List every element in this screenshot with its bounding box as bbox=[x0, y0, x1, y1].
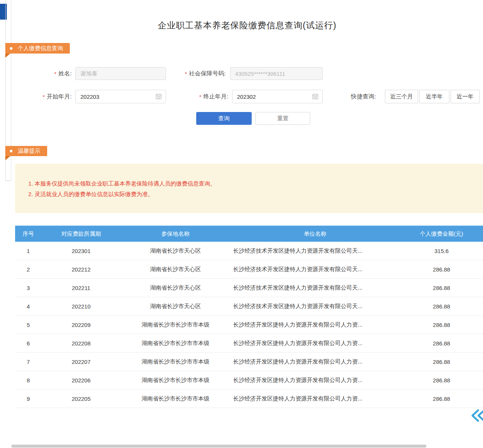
end-month-label: * 终止年月: bbox=[185, 90, 228, 103]
tip-line: 1. 本服务仅提供尚未领取企业职工基本养老保险待遇人员的缴费信息查询。 bbox=[28, 179, 483, 188]
quick-query-label: 快捷查询: bbox=[351, 90, 383, 103]
table-row: 2 202212 湖南省长沙市天心区 长沙经济技术开发区捷特人力资源开发有限公司… bbox=[15, 260, 483, 279]
cell-region: 湖南省长沙市天心区 bbox=[121, 242, 230, 260]
required-asterisk: * bbox=[54, 71, 57, 77]
calendar-icon[interactable] bbox=[155, 93, 162, 101]
browser-edge-tab bbox=[0, 4, 7, 20]
cell-amount: 286.88 bbox=[400, 279, 483, 297]
cell-amount: 286.88 bbox=[400, 260, 483, 278]
cell-period: 202210 bbox=[42, 297, 121, 315]
required-asterisk: * bbox=[43, 94, 45, 100]
cell-period: 202209 bbox=[42, 316, 121, 334]
cell-region: 湖南省长沙市长沙市市本级 bbox=[121, 353, 230, 371]
cell-index: 4 bbox=[15, 297, 42, 315]
quick-option-last-3-months[interactable]: 近三个月 bbox=[385, 90, 418, 103]
payment-results-table: 序号 对应费款所属期 参保地名称 单位名称 个人缴费金额(元) 1 202301… bbox=[15, 226, 483, 408]
cell-company: 长沙经济开发区捷特人力资源开发有限公司人力资... bbox=[230, 371, 400, 389]
table-header: 序号 对应费款所属期 参保地名称 单位名称 个人缴费金额(元) bbox=[15, 226, 483, 242]
cell-index: 2 bbox=[15, 260, 42, 278]
end-month-input[interactable] bbox=[232, 90, 323, 103]
ssn-field bbox=[230, 67, 323, 80]
cell-region: 湖南省长沙市长沙市市本级 bbox=[121, 390, 230, 408]
start-month-label: * 开始年月: bbox=[33, 90, 72, 103]
name-label: * 姓名: bbox=[33, 67, 72, 80]
panel-border-line bbox=[5, 180, 11, 181]
cell-index: 7 bbox=[15, 353, 42, 371]
cell-region: 湖南省长沙市长沙市市本级 bbox=[121, 371, 230, 389]
bullet-icon bbox=[10, 47, 12, 50]
cell-period: 202208 bbox=[42, 334, 121, 352]
tip-line: 2. 灵活就业人员的缴费单位信息以实际缴费为准。 bbox=[28, 189, 483, 199]
cell-amount: 286.88 bbox=[400, 353, 483, 371]
name-field bbox=[75, 67, 166, 80]
cell-period: 202212 bbox=[42, 260, 121, 278]
header-amount: 个人缴费金额(元) bbox=[400, 226, 483, 242]
table-row: 5 202209 湖南省长沙市长沙市市本级 长沙经济开发区捷特人力资源开发有限公… bbox=[15, 316, 483, 334]
cell-period: 202211 bbox=[42, 279, 121, 297]
calendar-icon[interactable] bbox=[312, 93, 318, 101]
cell-amount: 286.88 bbox=[400, 334, 483, 352]
cell-index: 1 bbox=[15, 242, 42, 260]
section-badge-label: 温馨提示 bbox=[18, 147, 40, 155]
section-badge-tips: 温馨提示 bbox=[5, 146, 47, 156]
cell-amount: 286.88 bbox=[400, 316, 483, 334]
cell-amount: 286.88 bbox=[400, 371, 483, 389]
table-row: 6 202208 湖南省长沙市长沙市市本级 长沙经济开发区捷特人力资源开发有限公… bbox=[15, 334, 483, 353]
reset-button[interactable]: 重置 bbox=[255, 112, 310, 125]
cell-company: 长沙经济技术开发区捷特人力资源开发有限公司天... bbox=[230, 297, 400, 315]
query-button[interactable]: 查询 bbox=[196, 112, 252, 125]
cell-index: 6 bbox=[15, 334, 42, 352]
header-region: 参保地名称 bbox=[121, 226, 230, 242]
table-row: 1 202301 湖南省长沙市天心区 长沙经济技术开发区捷特人力资源开发有限公司… bbox=[15, 242, 483, 260]
cell-amount: 315.6 bbox=[400, 242, 483, 260]
table-row: 3 202211 湖南省长沙市天心区 长沙经济技术开发区捷特人力资源开发有限公司… bbox=[15, 279, 483, 297]
cell-region: 湖南省长沙市天心区 bbox=[121, 297, 230, 315]
start-month-input[interactable] bbox=[75, 90, 166, 103]
ribbon-fold bbox=[5, 54, 10, 58]
horizontal-scrollbar[interactable] bbox=[11, 445, 426, 448]
bullet-icon bbox=[10, 150, 12, 152]
table-row: 8 202206 湖南省长沙市长沙市市本级 长沙经济开发区捷特人力资源开发有限公… bbox=[15, 371, 483, 390]
table-row: 4 202210 湖南省长沙市天心区 长沙经济技术开发区捷特人力资源开发有限公司… bbox=[15, 297, 483, 316]
table-row: 9 202205 湖南省长沙市长沙市市本级 长沙经济开发区捷特人力资源开发有限公… bbox=[15, 390, 483, 408]
cell-company: 长沙经济开发区捷特人力资源开发有限公司人力资... bbox=[230, 353, 400, 371]
cell-company: 长沙经济开发区捷特人力资源开发有限公司人力资... bbox=[230, 390, 400, 408]
cell-period: 202301 bbox=[42, 242, 121, 260]
cell-region: 湖南省长沙市天心区 bbox=[121, 260, 230, 278]
cell-company: 长沙经济技术开发区捷特人力资源开发有限公司天... bbox=[230, 242, 400, 260]
header-company: 单位名称 bbox=[230, 226, 400, 242]
cell-amount: 286.88 bbox=[400, 390, 483, 408]
tips-notice-box: 1. 本服务仅提供尚未领取企业职工基本养老保险待遇人员的缴费信息查询。 2. 灵… bbox=[15, 164, 483, 213]
cell-index: 8 bbox=[15, 371, 42, 389]
header-period: 对应费款所属期 bbox=[42, 226, 121, 242]
required-asterisk: * bbox=[185, 71, 187, 77]
cell-region: 湖南省长沙市长沙市市本级 bbox=[121, 316, 230, 334]
cell-region: 湖南省长沙市天心区 bbox=[121, 279, 230, 297]
pension-query-page: 企业职工基本养老保险缴费信息查询(试运行) 个人缴费信息查询 * 姓名: * 社… bbox=[0, 0, 483, 448]
required-asterisk: * bbox=[199, 94, 202, 100]
quick-option-last-half-year[interactable]: 近半年 bbox=[419, 90, 449, 103]
ribbon-fold bbox=[5, 156, 10, 160]
cell-company: 长沙经济开发区捷特人力资源开发有限公司人力资... bbox=[230, 334, 400, 352]
double-chevron-left-icon[interactable] bbox=[470, 408, 483, 423]
cell-region: 湖南省长沙市长沙市市本级 bbox=[121, 334, 230, 352]
cell-index: 9 bbox=[15, 390, 42, 408]
cell-index: 3 bbox=[15, 279, 42, 297]
cell-period: 202205 bbox=[42, 390, 121, 408]
cell-index: 5 bbox=[15, 316, 42, 334]
table-row: 7 202207 湖南省长沙市长沙市市本级 长沙经济开发区捷特人力资源开发有限公… bbox=[15, 353, 483, 371]
cell-amount: 286.88 bbox=[400, 297, 483, 315]
header-index: 序号 bbox=[15, 226, 42, 242]
cell-period: 202206 bbox=[42, 371, 121, 389]
cell-period: 202207 bbox=[42, 353, 121, 371]
cell-company: 长沙经济技术开发区捷特人力资源开发有限公司天... bbox=[230, 260, 400, 278]
section-badge-label: 个人缴费信息查询 bbox=[18, 45, 63, 52]
cell-company: 长沙经济开发区捷特人力资源开发有限公司人力资... bbox=[230, 316, 400, 334]
cell-company: 长沙经济技术开发区捷特人力资源开发有限公司天... bbox=[230, 279, 400, 297]
ssn-label: * 社会保障号码: bbox=[172, 67, 226, 80]
quick-option-last-year[interactable]: 近一年 bbox=[451, 90, 480, 103]
page-title: 企业职工基本养老保险缴费信息查询(试运行) bbox=[11, 20, 483, 31]
section-badge-personal-query: 个人缴费信息查询 bbox=[5, 43, 70, 54]
